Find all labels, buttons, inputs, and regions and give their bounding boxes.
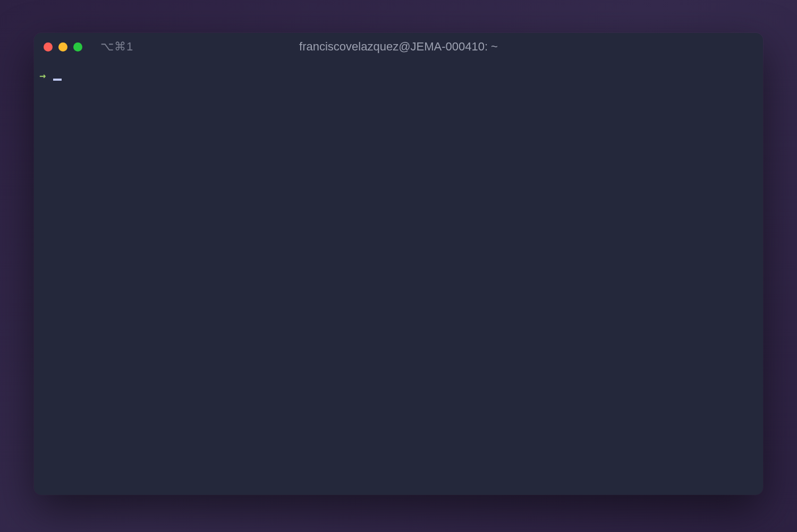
tab-indicator: ⌥⌘1 xyxy=(100,40,133,54)
maximize-button[interactable] xyxy=(73,42,82,52)
prompt-line: → xyxy=(39,68,758,83)
close-button[interactable] xyxy=(44,42,53,52)
titlebar: ⌥⌘1 franciscovelazquez@JEMA-000410: ~ xyxy=(34,33,763,61)
terminal-body[interactable]: → xyxy=(34,61,763,495)
traffic-lights xyxy=(44,42,82,52)
window-title: franciscovelazquez@JEMA-000410: ~ xyxy=(299,40,498,54)
terminal-window: ⌥⌘1 franciscovelazquez@JEMA-000410: ~ → xyxy=(34,33,763,495)
cursor xyxy=(53,79,62,81)
prompt-arrow-icon: → xyxy=(39,68,46,83)
minimize-button[interactable] xyxy=(58,42,67,52)
